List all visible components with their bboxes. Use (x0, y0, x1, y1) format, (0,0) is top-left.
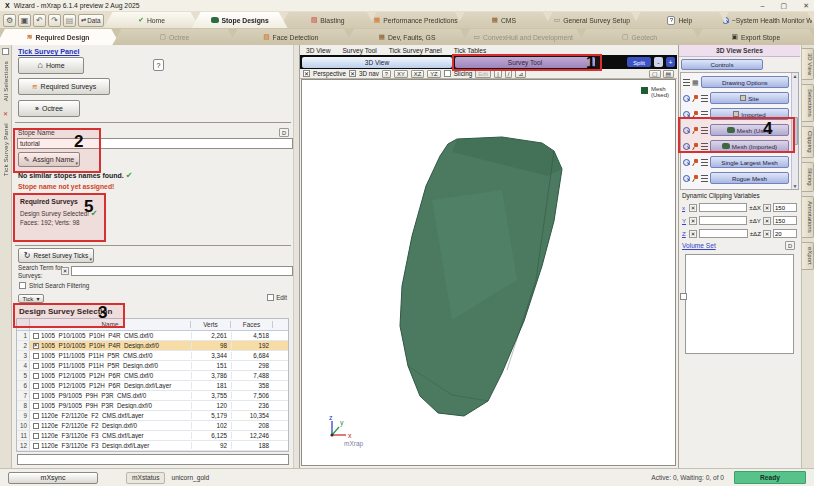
zoom-icon[interactable] (683, 143, 690, 150)
imported-button[interactable]: Imported (710, 108, 789, 120)
clip-dx-input[interactable] (773, 203, 797, 212)
scroll-up-icon[interactable]: ▲ (793, 73, 798, 79)
row-checkbox-checked[interactable]: ✕ (33, 343, 39, 349)
pin-icon[interactable] (692, 143, 699, 150)
zoom-icon[interactable] (683, 111, 690, 118)
clip-dz-input[interactable] (773, 229, 797, 238)
required-surveys-button[interactable]: ≋ Required Surveys (18, 78, 110, 95)
side-tab-clipping[interactable]: Clipping (802, 126, 814, 158)
help-widget[interactable]: ? (153, 59, 164, 71)
list-icon[interactable] (701, 159, 708, 166)
list-icon[interactable] (701, 95, 708, 102)
pin-icon[interactable] (692, 159, 699, 166)
pin-icon[interactable] (692, 95, 699, 102)
row-checkbox[interactable] (33, 433, 39, 439)
volume-set-link[interactable]: Volume Set (682, 242, 716, 249)
row-checkbox[interactable] (33, 393, 39, 399)
tab-general-survey-setup[interactable]: ▭General Survey Setup (544, 12, 640, 28)
drawing-options-button[interactable]: Drawing Options (701, 76, 789, 88)
perspective-checkbox[interactable]: ✕ (303, 70, 310, 77)
volume-set-list[interactable] (685, 254, 794, 354)
d-button[interactable]: D (279, 128, 289, 137)
controls-button[interactable]: Controls (681, 59, 763, 70)
settings-button[interactable]: ⚙ (3, 14, 16, 27)
side-tab-annotations[interactable]: Annotations (802, 196, 814, 238)
table-row[interactable]: 31005_P11/1005_P11H_P5R_CMS.dxf/03,3446,… (17, 351, 288, 361)
yz-view-button[interactable]: YZ (427, 70, 440, 78)
clear-search-icon[interactable]: ✕ (61, 267, 69, 275)
grid-icon[interactable]: ▦ (692, 79, 699, 86)
close-button[interactable]: ✕ (803, 2, 809, 10)
viewport-3d[interactable]: Mesh(Used) z x y mXrap (301, 79, 676, 466)
side-tab-slicing[interactable]: Slicing (802, 162, 814, 192)
row-checkbox[interactable] (33, 413, 39, 419)
row-checkbox[interactable] (33, 403, 39, 409)
clear-icon[interactable]: ✕ (763, 204, 771, 212)
add-view-button[interactable]: + (666, 57, 675, 67)
mesh-imported-button[interactable]: Mesh (Imported) (710, 140, 789, 152)
mxstatus-label[interactable]: mXstatus (126, 472, 165, 484)
edit-toggle[interactable]: Edit (267, 294, 287, 301)
pipe-tool-icon[interactable]: | (494, 70, 502, 78)
remove-view-button[interactable]: - (654, 57, 663, 67)
mxsync-button[interactable]: mXsync (8, 472, 98, 484)
clear-icon[interactable]: ✕ (689, 204, 697, 212)
tab-blasting[interactable]: ▨Blasting (280, 12, 376, 28)
clip-x-input[interactable] (699, 203, 747, 212)
dock-checkbox[interactable] (2, 48, 9, 55)
pin-icon[interactable] (692, 127, 699, 134)
tab-required-design[interactable]: ≋Required Design (0, 29, 120, 45)
panel-bottom-input[interactable] (17, 454, 289, 465)
rogue-mesh-button[interactable]: Rogue Mesh (710, 172, 789, 184)
scroll-down-icon[interactable]: ▼ (793, 183, 798, 189)
site-button[interactable]: Site (710, 92, 789, 104)
y-axis-link[interactable]: Y (682, 217, 687, 224)
tab-geotech[interactable]: ▢Geotech (577, 29, 701, 45)
panel-title[interactable]: Tick Survey Panel (18, 47, 79, 56)
stope-name-input[interactable] (17, 138, 293, 149)
tab-help[interactable]: ?Help (632, 12, 728, 28)
tab-export-stope[interactable]: ▣Export Stope (694, 29, 814, 45)
dock-tab-all-selections[interactable]: All Selections (3, 61, 9, 101)
scroll-thumb[interactable] (793, 117, 798, 145)
line-tool-icon[interactable]: / (505, 70, 513, 78)
search-input[interactable] (71, 266, 293, 276)
clear-icon[interactable]: ✕ (689, 217, 697, 225)
help-button[interactable]: ? (382, 70, 391, 78)
redo-button[interactable]: ↷ (48, 14, 61, 27)
frame-icon[interactable]: ▢ (649, 70, 660, 78)
menu-3d-view[interactable]: 3D View (306, 47, 330, 54)
list-icon[interactable] (701, 111, 708, 118)
maximize-button[interactable]: ▢ (781, 2, 788, 10)
left-panel-scrollbar[interactable] (293, 45, 299, 468)
column-faces[interactable]: Faces (231, 321, 273, 328)
octree-button[interactable]: » Octree (18, 100, 80, 117)
clip-z-input[interactable] (699, 229, 748, 238)
clip-y-input[interactable] (699, 216, 747, 225)
tick-dropdown[interactable]: Tick ▾ (18, 294, 44, 303)
table-row[interactable]: 101120e_F2/1120e_F2_Design.dxf/0102208 (17, 421, 288, 431)
edit-button[interactable]: Edit (475, 70, 491, 78)
column-name[interactable]: Name (30, 321, 191, 328)
row-checkbox[interactable] (33, 333, 39, 339)
tab-cms[interactable]: ▦CMS (456, 12, 552, 28)
zoom-icon[interactable] (683, 95, 690, 102)
edit-checkbox[interactable] (267, 294, 274, 301)
column-verts[interactable]: Verts (191, 321, 231, 328)
menu-tick-survey-panel[interactable]: Tick Survey Panel (389, 47, 442, 54)
clear-icon[interactable]: ✕ (763, 217, 771, 225)
row-checkbox[interactable] (33, 353, 39, 359)
tab-convexhull-development[interactable]: ▭ConvexHull and Development (461, 29, 585, 45)
close-panel-icon[interactable]: ✕ (3, 111, 8, 117)
volume-checkbox[interactable] (680, 293, 687, 300)
row-checkbox[interactable] (33, 363, 39, 369)
table-row[interactable]: 11005_P10/1005_P10H_P4R_CMS.dxf/02,2614,… (17, 331, 288, 341)
table-row[interactable]: 41005_P11/1005_P11H_P5R_Design.dxf/01512… (17, 361, 288, 371)
xz-view-button[interactable]: XZ (411, 70, 424, 78)
tab-dev-faults-gs[interactable]: ▦Dev, Faults, GS (345, 29, 469, 45)
undo-button[interactable]: ↶ (33, 14, 46, 27)
menu-survey-tool[interactable]: Survey Tool (342, 47, 376, 54)
dock-tab-tick-survey-panel[interactable]: Tick Survey Panel (3, 123, 9, 176)
row-checkbox[interactable] (33, 373, 39, 379)
series-scrollbar[interactable]: ▲ ▼ (791, 73, 798, 189)
